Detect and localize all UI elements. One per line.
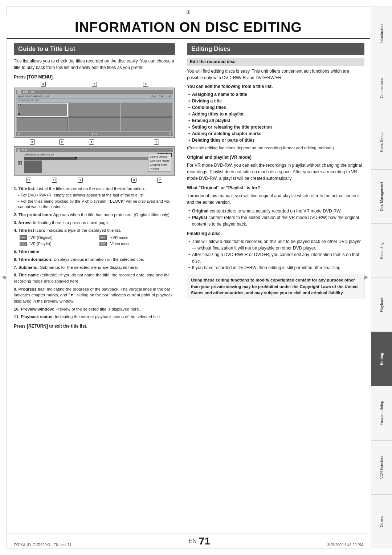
diagram-num-7: 7 <box>157 178 162 183</box>
what-intro: Throughout this manual, you will find or… <box>187 193 364 206</box>
ui-thumb-2 <box>69 103 120 117</box>
diagram-num-6: 6 <box>143 82 148 87</box>
ui-preview-thumb <box>24 161 42 173</box>
list-item-10: 10. Preview window: Preview of the selec… <box>14 306 175 312</box>
left-intro: Title list allows you to check the title… <box>14 58 175 71</box>
vr-para: For VR mode DVD-RW, you can edit the rec… <box>187 162 364 182</box>
finalizing-bullets: This will allow a disc that is recorded … <box>187 238 364 271</box>
ui-menu-list: Scene Delete Edit Title Name Chapter Mar… <box>148 154 171 172</box>
diagram-num-9: 9 <box>78 178 83 183</box>
ui-thumb-3 <box>121 103 172 117</box>
ui-date-label: JAN/31/09 11:00PM L1 LP <box>24 153 157 156</box>
diagram-num-1: 1 <box>89 139 94 145</box>
left-section-header: Guide to a Title List <box>14 43 175 55</box>
diagram-num-10: 10 <box>52 178 57 183</box>
subsection3-header: What "Original" or "Playlist" is for? <box>187 185 364 191</box>
tab-editing[interactable]: Editing <box>371 332 392 386</box>
footer-left: E9PKAUD_DVR620KU_EN.indd 71 <box>14 543 72 547</box>
page-number: 71 <box>199 535 210 547</box>
page-footer: E9PKAUD_DVR620KU_EN.indd 71 EN 71 3/25/2… <box>7 534 370 548</box>
ui-diagram-top: Title List JAN/ 1/09 1:00AM L1 LP JAN/ 1… <box>14 88 175 138</box>
possible-note: (Possible editing functions depend on th… <box>187 145 364 151</box>
list-item-6: 6. Title information: Displays various i… <box>14 256 175 263</box>
finalizing-bullet-2: After finalizing a DVD-RW/-R or DVD+R, y… <box>188 251 364 264</box>
finalizing-bullet-3: If you have recorded in DVD+RW, then edi… <box>188 264 364 271</box>
ui-menu-item-2: Edit Title Name <box>150 159 170 163</box>
finalizing-bullet-1: This will allow a disc that is recorded … <box>188 238 364 251</box>
diagram-num-11: 11 <box>26 178 31 183</box>
list-item-5: 5. Title name <box>14 248 175 255</box>
item1-sub2: For the titles being blocked by the V-ch… <box>18 199 175 210</box>
icon-label-2: : +VR mode <box>108 235 128 240</box>
press-return: Press [RETURN] to exit the title list. <box>14 323 175 329</box>
tab-introduction[interactable]: Introduction <box>371 7 392 61</box>
ui-thumb-4 <box>17 117 68 131</box>
icon-label-1: : VR (Original) <box>28 235 53 240</box>
ui-left-arrow: ◁ <box>17 132 20 135</box>
bullet-4: Adding titles to a playlist <box>188 111 364 117</box>
list-item-11: 11. Playback status: Indicating the curr… <box>14 314 175 320</box>
list-item-1: 1. Title list: List of the titles record… <box>14 186 175 210</box>
tab-function-setup[interactable]: Function Setup <box>371 386 392 440</box>
right-intro: You will find editing discs is easy. Thi… <box>187 68 364 81</box>
warning-box: Using these editing functions to modify … <box>187 274 364 299</box>
diagram-num-5: 5 <box>92 82 97 87</box>
bullet-3: Combining titles <box>188 104 364 111</box>
numbered-list: 1. Title list: List of the titles record… <box>14 186 175 320</box>
press-top-menu: Press [TOP MENU]. <box>14 74 175 80</box>
list-item-2: 2. The protect icon: Appears when the ti… <box>14 212 175 218</box>
diagram-num-8: 8 <box>131 178 136 183</box>
tab-others[interactable]: Others <box>371 494 392 548</box>
ui-thumb-1: ■ 1 <box>17 103 68 117</box>
ui-menu-item-3: Chapter Mark <box>150 163 170 167</box>
ui-thumb-6 <box>121 117 172 131</box>
diagram-num-3a: 3 <box>30 139 35 145</box>
bullet-5: Erasing all playlist <box>188 117 364 124</box>
bullet-2: Dividing a title <box>188 98 364 104</box>
reg-mark-top: ⊕ <box>7 7 370 16</box>
ui-thumb-5 <box>69 117 120 131</box>
tab-connections[interactable]: Connections <box>371 61 392 115</box>
tab-vcr-function[interactable]: VCR Function <box>371 440 392 494</box>
bullet-7: Adding or deleting chapter marks <box>188 130 364 137</box>
tab-recording[interactable]: Recording <box>371 223 392 278</box>
original-playlist-bullets: Original content refers to what's actual… <box>187 208 364 227</box>
list-item-4: 4. Title list icon: Indicates a type of … <box>14 227 175 247</box>
ui-right-arrow: ▷ <box>169 132 171 135</box>
list-item-8: 8. Title name (editable): If you do not … <box>14 272 175 284</box>
subsection4-header: Finalizing a disc <box>187 230 364 237</box>
page-header: INFORMATION ON DISC EDITING <box>7 16 370 39</box>
subsection2-header: Original and playlist (VR mode) <box>187 154 364 161</box>
ui-titlebar-label: Title List <box>23 90 34 94</box>
bullet-8: Deleting titles or parts of titles <box>188 137 364 143</box>
tab-disc-management[interactable]: Disc Management <box>371 169 392 223</box>
tab-basic-setup[interactable]: Basic Setup <box>371 115 392 169</box>
icon-label-3: : VR (Playlist) <box>28 241 52 247</box>
ui-content-row3: 12:00AM (2:00:00) <box>17 99 38 102</box>
bold-intro: You can edit the following from a title … <box>187 83 364 90</box>
ui-edit-label: Edit <box>22 149 27 152</box>
ui-content-row1: JAN/ 1/09 1:00AM L1 LP <box>17 95 49 98</box>
icon-table: ORG: VR (Original) +VR: +VR mode PL: VR … <box>20 235 175 247</box>
left-column: Guide to a Title List Title list allows … <box>7 39 181 534</box>
right-section-header: Editing Discs <box>187 43 364 55</box>
playlist-bullet: Playlist content refers to the edited ve… <box>188 214 364 227</box>
diagram-num-3b: 3 <box>154 139 159 145</box>
list-item-9: 9. Progress bar: Indicating the progress… <box>14 286 175 304</box>
ui-page-indicator: 1 / 2 <box>91 132 97 135</box>
warning-text: Using these editing functions to modify … <box>191 278 358 295</box>
icon-label-4: : Video mode <box>108 241 131 247</box>
tab-playback[interactable]: Playback <box>371 278 392 332</box>
footer-right: 3/25/2009 3:48:29 PM <box>327 543 363 547</box>
reg-mark-left: ⊕ <box>2 275 7 280</box>
diagram-num-2: 2 <box>59 139 64 145</box>
ui-menu-item-4: Protect <box>150 167 170 171</box>
ui-menu-item-1: Scene Delete <box>150 155 170 159</box>
subsection1-header: Edit the recorded disc <box>187 58 364 66</box>
ui-diagram-footer: Edit Scene Delete Edit Title Name Chapte… <box>14 146 175 176</box>
list-item-7: 7. Submenu: Submenus for the selected me… <box>14 264 175 271</box>
diagram-num-4: 4 <box>41 82 46 87</box>
bullet-1: Assigning a name to a title <box>188 91 364 98</box>
item1-label: 1. Title list: <box>14 186 36 191</box>
page-title: INFORMATION ON DISC EDITING <box>14 20 363 35</box>
